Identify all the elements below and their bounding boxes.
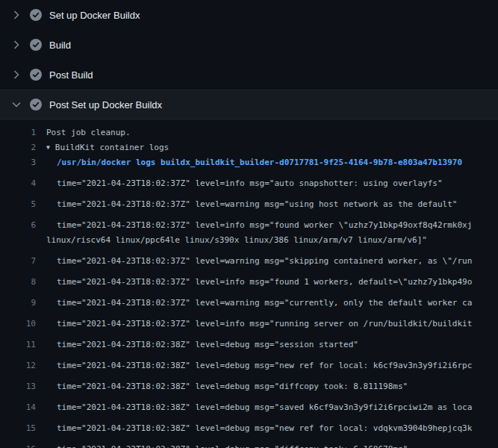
log-line: 4time="2021-04-23T18:02:37Z" level=info … [0,170,498,191]
log-line: 2▼BuildKit container logs [0,140,498,155]
log-line: 12time="2021-04-23T18:02:38Z" level=debu… [0,352,498,373]
check-circle-icon [30,99,42,111]
log-line: 11time="2021-04-23T18:02:38Z" level=debu… [0,332,498,352]
line-number[interactable]: 11 [0,337,36,352]
log-text: time="2021-04-23T18:02:37Z" level=info m… [36,218,472,233]
log-panel: 1Post job cleanup.2▼BuildKit container l… [0,119,498,448]
step-label: Build [49,40,71,51]
log-line: 15time="2021-04-23T18:02:38Z" level=debu… [0,415,498,436]
line-number[interactable]: 14 [0,400,36,415]
log-text: time="2021-04-23T18:02:37Z" level=warnin… [36,197,457,212]
line-number[interactable]: 5 [0,197,36,212]
log-text: time="2021-04-23T18:02:38Z" level=debug … [36,421,472,436]
chevron-right-icon [10,9,22,21]
log-line: linux/riscv64 linux/ppc64le linux/s390x … [0,233,498,248]
step-label: Post Build [49,69,93,81]
log-text: time="2021-04-23T18:02:38Z" level=debug … [36,337,358,352]
log-line: 7time="2021-04-23T18:02:37Z" level=warni… [0,248,498,269]
line-number[interactable]: 7 [0,254,36,269]
check-circle-icon [30,69,42,81]
line-number[interactable]: 8 [0,275,36,290]
log-line: 9time="2021-04-23T18:02:37Z" level=warni… [0,290,498,311]
line-number[interactable]: 16 [0,442,36,448]
log-text: linux/riscv64 linux/ppc64le linux/s390x … [36,233,427,248]
log-line: 1Post job cleanup. [0,125,498,140]
log-text: time="2021-04-23T18:02:37Z" level=warnin… [36,296,472,311]
line-number[interactable]: 2 [0,140,36,155]
log-line: 3/usr/bin/docker logs buildx_buildkit_bu… [0,155,498,170]
log-text: Post job cleanup. [36,125,131,140]
line-number[interactable]: 10 [0,317,36,332]
chevron-down-icon [10,99,22,111]
line-number[interactable]: 13 [0,379,36,394]
group-toggle-icon[interactable]: ▼ [46,140,50,155]
step-header-set-up-docker-buildx[interactable]: Set up Docker Buildx [0,0,498,30]
log-line: 5time="2021-04-23T18:02:37Z" level=warni… [0,191,498,212]
line-number[interactable]: 3 [0,155,36,170]
log-line: 16time="2021-04-23T18:02:38Z" level=debu… [0,436,498,448]
log-text: time="2021-04-23T18:02:38Z" level=debug … [36,379,408,394]
log-line: 14time="2021-04-23T18:02:38Z" level=debu… [0,394,498,415]
step-header-post-build[interactable]: Post Build [0,60,498,90]
line-number[interactable]: 9 [0,296,36,311]
log-command[interactable]: /usr/bin/docker logs buildx_buildkit_bui… [36,155,462,170]
steps-panel: Set up Docker Buildx Build Post Build Po… [0,0,498,119]
group-label[interactable]: BuildKit container logs [55,143,169,152]
log-text: time="2021-04-23T18:02:37Z" level=info m… [36,275,472,290]
log-text: time="2021-04-23T18:02:38Z" level=debug … [36,400,472,415]
log-text: time="2021-04-23T18:02:37Z" level=info m… [36,317,472,332]
log-text: time="2021-04-23T18:02:38Z" level=debug … [36,442,408,448]
log-line: 10time="2021-04-23T18:02:37Z" level=info… [0,311,498,332]
line-number[interactable]: 12 [0,358,36,373]
line-number[interactable]: 1 [0,125,36,140]
line-number[interactable]: 15 [0,421,36,436]
step-header-post-set-up-docker-buildx[interactable]: Post Set up Docker Buildx [0,90,498,119]
step-header-build[interactable]: Build [0,30,498,60]
check-circle-icon [30,9,42,21]
step-label: Post Set up Docker Buildx [49,99,162,111]
log-group[interactable]: ▼BuildKit container logs [36,140,169,155]
log-line: 13time="2021-04-23T18:02:38Z" level=debu… [0,373,498,394]
chevron-right-icon [10,69,22,81]
log-line: 6time="2021-04-23T18:02:37Z" level=info … [0,212,498,233]
log-text: time="2021-04-23T18:02:38Z" level=debug … [36,358,472,373]
line-number[interactable]: 4 [0,176,36,191]
log-text: time="2021-04-23T18:02:37Z" level=warnin… [36,254,472,269]
step-label: Set up Docker Buildx [49,10,140,21]
log-line: 8time="2021-04-23T18:02:37Z" level=info … [0,269,498,290]
line-number[interactable]: 6 [0,218,36,233]
log-text: time="2021-04-23T18:02:37Z" level=info m… [36,176,443,191]
check-circle-icon [30,39,42,51]
chevron-right-icon [10,39,22,51]
